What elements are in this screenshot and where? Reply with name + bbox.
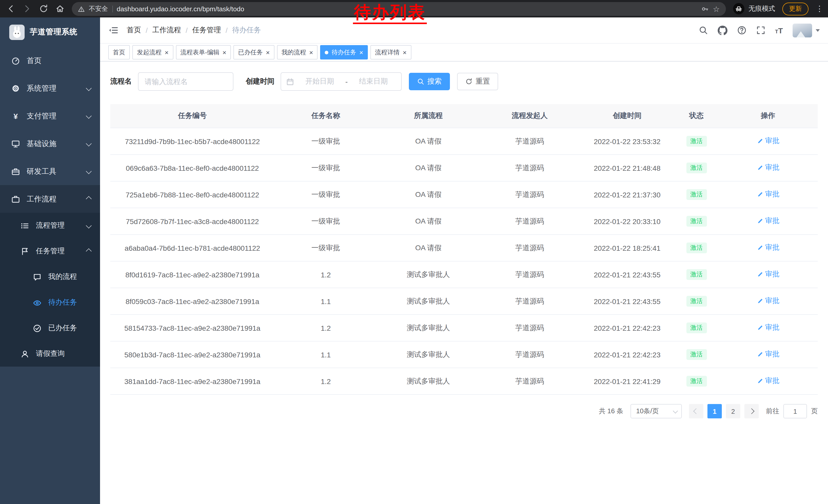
cell-action: 审批	[718, 341, 818, 368]
status-badge: 激活	[686, 163, 707, 173]
home-icon[interactable]	[55, 4, 65, 13]
star-icon[interactable]: ☆	[713, 5, 720, 12]
annotation-overlay: 待办列表	[353, 3, 427, 24]
fullscreen-icon[interactable]	[756, 26, 765, 35]
breadcrumb-home[interactable]: 首页	[127, 26, 141, 35]
table-row: 069c6a63-7b8a-11ec-8ef0-acde48001122 一级审…	[110, 154, 818, 181]
cell-created: 2022-01-22 21:48:48	[580, 154, 675, 181]
sidebar-item-home[interactable]: 首页	[0, 47, 100, 74]
approve-link[interactable]: 审批	[756, 296, 780, 306]
navbar-actions: TT	[699, 23, 820, 37]
font-size-icon[interactable]: TT	[775, 27, 783, 34]
cell-task-name: 一级审批	[275, 181, 377, 208]
help-icon[interactable]	[737, 26, 746, 35]
date-range-picker[interactable]: 开始日期 - 结束日期	[281, 72, 402, 91]
key-icon[interactable]	[701, 5, 709, 12]
sidebar-item-workflow[interactable]: 工作流程	[0, 185, 100, 213]
breadcrumb-workflow[interactable]: 工作流程	[152, 26, 181, 35]
forward-icon[interactable]	[23, 4, 32, 13]
refresh-icon[interactable]	[39, 4, 48, 13]
close-tab-icon[interactable]: ×	[403, 49, 407, 56]
cell-created: 2022-01-21 22:43:55	[580, 261, 675, 288]
cell-process: OA 请假	[377, 128, 480, 154]
close-tab-icon[interactable]: ×	[165, 49, 169, 56]
range-separator: -	[345, 78, 347, 86]
pencil-icon	[756, 378, 763, 384]
back-icon[interactable]	[6, 4, 15, 13]
page-button-2[interactable]: 2	[726, 404, 740, 418]
approve-link[interactable]: 审批	[756, 190, 780, 199]
tab-my-processes[interactable]: 我的流程×	[277, 45, 318, 59]
page-size-select[interactable]: 10条/页	[630, 404, 682, 418]
cell-created: 2022-01-21 22:42:23	[580, 341, 675, 368]
table-row: 580e1b3d-7ac8-11ec-a9e2-a2380e71991a 1.1…	[110, 341, 818, 368]
search-icon[interactable]	[699, 26, 708, 35]
page-button-1[interactable]: 1	[707, 404, 722, 418]
prev-page-button[interactable]	[689, 404, 703, 418]
tab-todo-tasks[interactable]: 待办任务×	[320, 45, 368, 59]
app-logo[interactable]: 芋道管理系统	[0, 17, 100, 47]
tab-home[interactable]: 首页	[108, 45, 130, 59]
sidebar-item-leave-query[interactable]: 请假查询	[0, 341, 100, 367]
breadcrumb: 首页 / 工作流程 / 任务管理 / 待办任务	[127, 26, 261, 35]
sidebar-item-my-processes[interactable]: 我的流程	[0, 264, 100, 290]
goto-page-input[interactable]	[783, 404, 807, 418]
page-buttons: 1 2	[689, 404, 759, 418]
search-button[interactable]: 搜索	[409, 73, 450, 90]
reset-button[interactable]: 重置	[457, 73, 498, 90]
sidebar-item-done-tasks[interactable]: 已办任务	[0, 315, 100, 341]
cell-created: 2022-01-22 18:25:41	[580, 235, 675, 261]
tab-process-detail[interactable]: 流程详情×	[370, 45, 411, 59]
sidebar-item-todo-tasks[interactable]: 待办任务	[0, 290, 100, 315]
sidebar-item-system-mgmt[interactable]: 系统管理	[0, 74, 100, 102]
tab-form-edit[interactable]: 流程表单-编辑×	[176, 45, 231, 59]
cell-process: 测试多审批人	[377, 315, 480, 341]
close-tab-icon[interactable]: ×	[266, 49, 270, 56]
chevron-up-icon	[86, 248, 92, 254]
close-tab-icon[interactable]: ×	[222, 49, 226, 56]
cell-action: 审批	[718, 261, 818, 288]
update-button[interactable]: 更新	[782, 2, 809, 15]
cell-action: 审批	[718, 315, 818, 341]
status-badge: 激活	[686, 216, 707, 227]
approve-link[interactable]: 审批	[756, 137, 780, 146]
cell-action: 审批	[718, 368, 818, 395]
page-content: 流程名 创建时间 开始日期 - 结束日期 搜索 重	[100, 61, 828, 418]
sidebar: 芋道管理系统 首页 系统管理 ¥ 支付管理	[0, 17, 100, 504]
app-title: 芋道管理系统	[30, 27, 78, 37]
cell-task-name: 一级审批	[275, 128, 377, 154]
kebab-menu-icon[interactable]: ⋮	[816, 4, 822, 13]
approve-link[interactable]: 审批	[756, 350, 780, 359]
approve-link[interactable]: 审批	[756, 270, 780, 279]
cell-status: 激活	[675, 368, 718, 395]
next-page-button[interactable]	[744, 404, 759, 418]
security-label: 不安全	[89, 4, 108, 13]
sidebar-item-task-mgmt[interactable]: 任务管理	[0, 238, 100, 264]
cell-created: 2022-01-21 22:42:23	[580, 315, 675, 341]
sidebar-item-dev-tools[interactable]: 研发工具	[0, 157, 100, 185]
cell-action: 审批	[718, 288, 818, 315]
hamburger-icon[interactable]	[108, 25, 119, 35]
process-name-input[interactable]	[138, 72, 234, 91]
approve-link[interactable]: 审批	[756, 163, 780, 173]
sidebar-item-payment-mgmt[interactable]: ¥ 支付管理	[0, 102, 100, 130]
github-icon[interactable]	[717, 26, 727, 35]
cell-task-name: 一级审批	[275, 208, 377, 235]
avatar[interactable]	[793, 23, 812, 37]
breadcrumb-task-mgmt[interactable]: 任务管理	[192, 26, 221, 35]
approve-link[interactable]: 审批	[756, 243, 780, 253]
close-tab-icon[interactable]: ×	[359, 49, 363, 56]
pagination-total: 共 16 条	[599, 407, 623, 416]
approve-link[interactable]: 审批	[756, 377, 780, 386]
sidebar-item-process-mgmt[interactable]: 流程管理	[0, 213, 100, 238]
sidebar-item-infrastructure[interactable]: 基础设施	[0, 130, 100, 157]
cell-action: 审批	[718, 208, 818, 235]
user-menu[interactable]	[793, 23, 820, 37]
flag-icon	[20, 247, 29, 256]
approve-link[interactable]: 审批	[756, 217, 780, 226]
tab-start-process[interactable]: 发起流程×	[132, 45, 173, 59]
approve-link[interactable]: 审批	[756, 323, 780, 332]
tab-done-tasks[interactable]: 已办任务×	[234, 45, 274, 59]
cell-task-name: 1.1	[275, 288, 377, 315]
close-tab-icon[interactable]: ×	[309, 49, 313, 56]
